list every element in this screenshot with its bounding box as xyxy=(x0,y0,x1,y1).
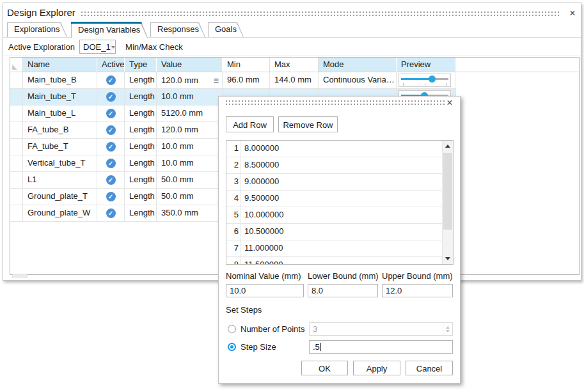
cell-value[interactable]: 120.0 mm≡ xyxy=(157,72,223,88)
cell-type: Length xyxy=(125,89,157,105)
slider-handle[interactable] xyxy=(429,75,436,82)
menu-icon[interactable]: ≡ xyxy=(214,76,219,85)
cell-min[interactable]: 96.0 mm xyxy=(223,72,270,88)
list-item[interactable]: 610.500000 xyxy=(226,224,442,240)
cell-value[interactable]: 10.0 mm xyxy=(157,139,223,155)
column-header-max[interactable]: Max xyxy=(270,58,319,72)
step-size-input[interactable]: .5 xyxy=(309,340,453,354)
cell-value[interactable]: 120.0 mm xyxy=(157,122,223,138)
cell-name: FA_tube_T xyxy=(23,139,97,155)
select-all-corner-cell[interactable] xyxy=(10,58,23,72)
cell-name: L1 xyxy=(23,172,97,188)
chevron-down-icon xyxy=(111,46,115,51)
cell-preview xyxy=(397,72,455,88)
list-item[interactable]: 811.500000 xyxy=(226,257,442,265)
cell-value[interactable]: 10.0 mm xyxy=(157,155,223,171)
step-size-radio[interactable] xyxy=(228,343,236,351)
tab-design-variables[interactable]: Design Variables xyxy=(71,22,148,38)
title-bar: Design Explorer × xyxy=(3,3,581,22)
cell-value[interactable]: 350.0 mm xyxy=(157,205,223,221)
vertical-scrollbar[interactable] xyxy=(442,141,453,264)
upper-bound-label: Upper Bound (mm) xyxy=(382,271,453,281)
scroll-up-button[interactable] xyxy=(443,141,453,152)
cell-type: Length xyxy=(125,189,157,205)
cell-max[interactable]: 144.0 mm xyxy=(270,72,319,88)
text-cursor xyxy=(320,343,321,351)
table-row[interactable]: Main_tube_B ✓ Length 120.0 mm≡ 96.0 mm 1… xyxy=(10,72,456,89)
tab-explorations[interactable]: Explorations xyxy=(7,22,67,37)
cell-name: Main_tube_B xyxy=(23,72,97,88)
range-slider-preview[interactable] xyxy=(399,74,451,87)
list-item[interactable]: 28.500000 xyxy=(226,157,442,174)
tab-label: Explorations xyxy=(7,22,67,36)
table-header-row: Name Active Type Value Min Max Mode Prev… xyxy=(10,58,579,72)
column-header-preview[interactable]: Preview xyxy=(397,58,455,72)
number-of-points-label: Number of Points xyxy=(241,324,304,334)
cell-active[interactable]: ✓ xyxy=(97,72,125,88)
dropdown-arrow-button[interactable] xyxy=(111,40,115,53)
scrollbar-thumb[interactable] xyxy=(443,153,452,230)
panel-title: Design Explorer xyxy=(7,7,75,18)
cell-active[interactable]: ✓ xyxy=(97,89,125,105)
remove-row-button[interactable]: Remove Row xyxy=(278,116,338,132)
close-icon[interactable]: × xyxy=(445,98,455,108)
tab-responses[interactable]: Responses xyxy=(150,22,205,37)
cell-value[interactable]: 5120.0 mm xyxy=(157,106,223,122)
tab-goals[interactable]: Goals xyxy=(208,22,244,37)
active-check-icon: ✓ xyxy=(106,75,116,85)
cell-active[interactable]: ✓ xyxy=(97,106,125,122)
cell-active[interactable]: ✓ xyxy=(97,139,125,155)
triangle-down-icon xyxy=(445,257,450,263)
list-item[interactable]: 18.000000 xyxy=(226,141,442,157)
column-header-name[interactable]: Name xyxy=(23,58,97,72)
number-of-points-input[interactable]: 3 xyxy=(309,322,453,336)
column-header-min[interactable]: Min xyxy=(223,58,270,72)
cell-active[interactable]: ✓ xyxy=(97,189,125,205)
cell-type: Length xyxy=(125,72,157,88)
active-exploration-label: Active Exploration xyxy=(8,42,75,52)
cell-name: Main_tube_L xyxy=(23,106,97,122)
apply-button[interactable]: Apply xyxy=(353,361,400,375)
cell-active[interactable]: ✓ xyxy=(97,205,125,221)
tab-bar: Explorations Design Variables Responses … xyxy=(3,22,581,38)
spinner-buttons[interactable] xyxy=(443,323,452,335)
cell-mode[interactable]: Continuous Varia… xyxy=(319,72,397,88)
drag-handle-dots-icon[interactable] xyxy=(81,12,559,17)
cell-value[interactable]: 10.0 mm xyxy=(157,89,223,105)
column-header-value[interactable]: Value xyxy=(157,58,223,72)
scroll-down-button[interactable] xyxy=(443,253,453,264)
add-row-button[interactable]: Add Row xyxy=(226,116,274,132)
cancel-button[interactable]: Cancel xyxy=(406,361,453,375)
cell-active[interactable]: ✓ xyxy=(97,122,125,138)
list-item[interactable]: 49.500000 xyxy=(226,191,442,207)
drag-handle-dots-icon[interactable] xyxy=(226,100,445,106)
lower-bound-input[interactable] xyxy=(308,284,378,297)
ok-button[interactable]: OK xyxy=(301,361,348,375)
column-header-mode[interactable]: Mode xyxy=(319,58,397,72)
step-size-label: Step Size xyxy=(241,342,276,352)
cell-type: Length xyxy=(125,106,157,122)
minmax-check-button[interactable]: Min/Max Check xyxy=(125,42,183,52)
cell-active[interactable]: ✓ xyxy=(97,172,125,188)
corner-triangle-icon xyxy=(12,65,17,70)
cell-value[interactable]: 50.0 mm xyxy=(157,189,223,205)
number-of-points-radio[interactable] xyxy=(228,325,236,333)
upper-bound-input[interactable] xyxy=(382,284,453,297)
list-item[interactable]: 711.000000 xyxy=(226,240,442,257)
triangle-up-icon xyxy=(445,142,450,148)
cell-type: Length xyxy=(125,155,157,171)
column-header-type[interactable]: Type xyxy=(125,58,157,72)
cell-type: Length xyxy=(125,172,157,188)
horizontal-scrollbar-fragment[interactable] xyxy=(12,274,28,278)
cell-active[interactable]: ✓ xyxy=(97,155,125,171)
close-icon[interactable]: × xyxy=(567,8,578,19)
list-item[interactable]: 39.000000 xyxy=(226,174,442,191)
cell-value[interactable]: 50.0 mm xyxy=(157,172,223,188)
column-header-active[interactable]: Active xyxy=(97,58,125,72)
exploration-dropdown-value: DOE_1 xyxy=(80,42,111,52)
exploration-dropdown[interactable]: DOE_1 xyxy=(79,40,116,54)
exploration-toolbar: Active Exploration DOE_1 Min/Max Check xyxy=(3,38,581,56)
list-item[interactable]: 510.000000 xyxy=(226,207,442,224)
screen: Design Explorer × Explorations Design Va… xyxy=(0,0,584,392)
nominal-value-input[interactable] xyxy=(226,284,304,297)
